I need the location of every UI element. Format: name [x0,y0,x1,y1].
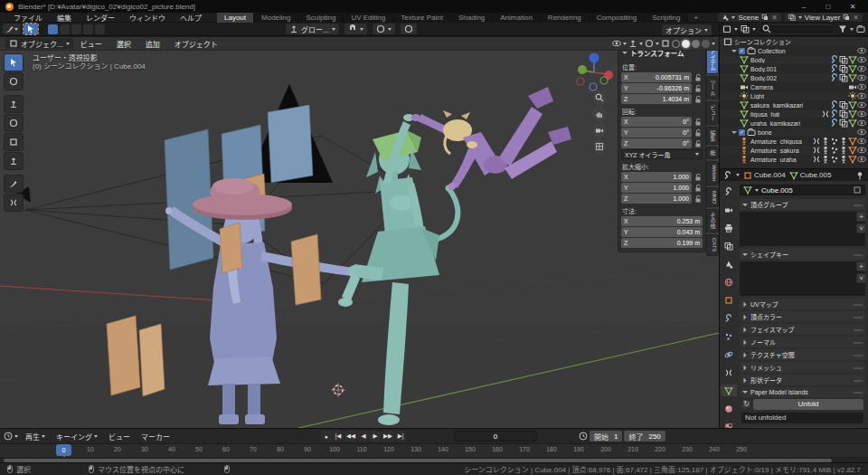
frame-end-field[interactable]: 終了250 [624,431,665,442]
workspace-tab-Rendering[interactable]: Rendering [541,13,590,23]
lock-icon[interactable] [693,95,703,104]
sidebar-tab-MMD[interactable]: MMD [706,187,719,207]
outliner-row-sakura_kamikazari[interactable]: sakura_kamikazari [720,100,868,109]
sidebar-tab-ビュー[interactable]: ビュー [706,101,719,125]
3d-scene-canvas[interactable] [0,51,719,428]
tool-measure[interactable] [4,194,24,212]
proportional-edit-toggle[interactable] [373,24,395,34]
hide-eye-icon[interactable] [857,64,866,73]
tool-transform[interactable] [4,152,24,170]
remove-view-layer-icon[interactable]: ✕ [853,14,859,22]
properties-tab-view-layer[interactable] [721,240,737,252]
timeline-menu-再生[interactable]: 再生 [20,432,51,442]
new-view-layer-icon[interactable] [843,14,850,21]
properties-tab-physics[interactable] [721,348,737,360]
hide-eye-icon[interactable] [857,73,866,82]
outliner-row-Armature_chigusa[interactable]: Armature_chigusa [720,137,868,146]
perspective-toggle-button[interactable] [592,139,607,154]
select-mode-subtract[interactable] [71,24,81,34]
sidebar-tab-紙[interactable]: 紙 [706,147,719,159]
panel-header-頂点グループ[interactable]: 頂点グループ══ [740,199,865,210]
shading-material-button[interactable] [692,40,700,48]
transform-orientation-dropdown[interactable]: グロー... [286,24,339,34]
rotation-mode-dropdown[interactable]: XYZ オイラー角 [621,149,703,159]
properties-tab-modifiers[interactable] [721,312,737,324]
properties-tab-object[interactable] [721,294,737,306]
shading-wireframe-button[interactable] [672,40,680,48]
transform-回転:-Z-field[interactable]: Z0° [621,138,692,148]
select-mode-intersect[interactable] [95,24,105,34]
properties-tab-render[interactable] [721,204,737,215]
menu-編集[interactable]: 編集 [51,13,78,23]
lock-icon[interactable] [693,173,703,182]
panel-caret-icon[interactable] [622,52,627,54]
panel-header-形状データ[interactable]: 形状データ══ [740,375,865,385]
tool-scale[interactable] [4,133,24,151]
workspace-tab-Shading[interactable]: Shading [451,13,493,23]
add-item-button[interactable]: + [856,212,866,222]
timeline-menu-マーカー[interactable]: マーカー [136,432,175,442]
transform-位置:-X-field[interactable]: X0.005731 m [621,72,692,82]
outliner-row-Body.001[interactable]: Body.001 [720,64,868,73]
outliner-row-シーンコレクション[interactable]: シーンコレクション [720,37,868,46]
pin-icon[interactable] [855,171,864,180]
properties-tab-object-data[interactable] [721,385,737,396]
jump-to-end-button[interactable]: ▶| [395,431,406,442]
シェイプキー-list[interactable]: +˅ [740,261,865,296]
shading-solid-button[interactable] [682,40,690,48]
zoom-view-button[interactable] [592,90,607,105]
specials-menu-button[interactable]: ˅ [856,223,866,233]
display-mode-icon[interactable] [741,24,750,33]
workspace-tab-Modeling[interactable]: Modeling [254,13,298,23]
filter-icon[interactable] [838,24,847,33]
hide-eye-icon[interactable] [857,155,866,164]
properties-tab-constraints[interactable] [721,366,737,378]
jump-to-start-button[interactable]: |◀ [333,431,344,442]
select-mode-invert[interactable] [83,24,93,34]
close-button[interactable]: ✕ [843,1,863,13]
refresh-icon[interactable]: ↻ [741,399,751,409]
outliner-row-uraha_kamikazari[interactable]: uraha_kamikazari [720,119,868,128]
transform-寸法:-Z-field[interactable]: Z0.199 m [621,238,703,248]
unlink-scene-icon[interactable]: ✕ [771,14,778,22]
collection-checkbox[interactable]: ✓ [739,48,745,54]
mesh-name-field[interactable]: Cube.005 [740,185,865,195]
hide-eye-icon[interactable] [857,55,866,64]
play-button[interactable]: ▶ [370,431,381,442]
viewport-menu-選択[interactable]: 選択 [109,39,138,49]
hide-eye-icon[interactable] [857,100,866,109]
playhead[interactable]: 0 [56,444,71,456]
tool-fallback-dropdown[interactable] [3,24,21,34]
hide-eye-icon[interactable] [857,109,866,119]
snap-dropdown[interactable] [344,24,367,34]
hide-eye-icon[interactable] [857,91,866,100]
add-item-button[interactable]: + [856,261,866,271]
lock-icon[interactable] [693,195,703,204]
transform-位置:-Z-field[interactable]: Z1.4034 m [621,94,692,104]
menu-ウィンドウ[interactable]: ウィンドウ [123,13,172,23]
lock-icon[interactable] [693,84,703,93]
next-keyframe-button[interactable]: ▶▶ [382,431,394,442]
falloff-dropdown[interactable] [401,24,417,34]
timeline-ruler[interactable]: 0 10203040506070809010011012013014015016… [0,443,868,457]
lock-icon[interactable] [693,73,703,82]
lock-icon[interactable] [693,128,703,138]
properties-tab-output[interactable] [721,222,737,233]
mode-dropdown[interactable]: オブジェク... [5,38,73,49]
breadcrumb-object[interactable]: Cube.004 [743,171,786,180]
properties-tab-particles[interactable] [721,330,737,342]
outliner-row-Body.002[interactable]: Body.002 [720,73,868,82]
tool-move[interactable] [4,95,24,113]
menu-ヘルプ[interactable]: ヘルプ [174,13,208,23]
prev-keyframe-button[interactable]: ◀◀ [344,431,357,442]
current-frame-field[interactable]: 0 [454,431,537,442]
workspace-tab-Sculpting[interactable]: Sculpting [299,13,344,23]
hide-eye-icon[interactable] [857,128,866,137]
sidebar-tab-アイテム[interactable]: アイテム [706,51,719,74]
viewport-menu-ビュー[interactable]: ビュー [73,39,109,49]
select-mode-extend[interactable] [60,24,70,34]
menu-レンダー[interactable]: レンダー [80,13,121,23]
workspace-tab-Compositing[interactable]: Compositing [590,13,645,23]
new-scene-icon[interactable] [761,14,769,21]
prev-frame-button[interactable]: ◀ [358,431,369,442]
